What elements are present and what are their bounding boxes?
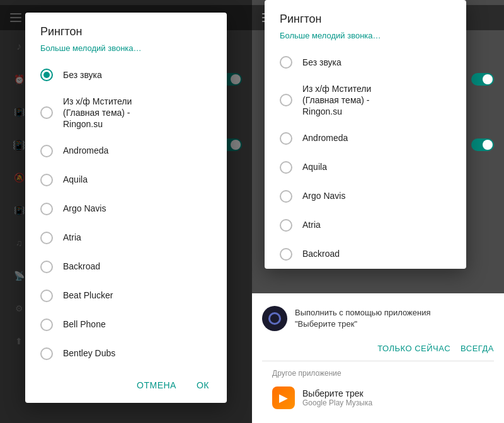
label-argo-navis: Argo Navis: [63, 203, 106, 214]
left-dialog-overlay: Рингтон Больше мелодий звонка… Без звука…: [0, 0, 252, 423]
r-dialog-item-andromeda[interactable]: Andromeda: [265, 124, 466, 153]
app-chooser-header: Выполнить с помощью приложения"Выберите …: [262, 301, 494, 336]
app-chooser-text: Выполнить с помощью приложения"Выберите …: [295, 307, 431, 330]
label-andromeda: Andromeda: [63, 145, 108, 156]
left-panel: ♪ Музыка ⏰ Будильник 📳 Рингто... 📳: [0, 0, 252, 423]
left-dialog-actions: ОТМЕНА ОК: [25, 370, 227, 403]
ok-button[interactable]: ОК: [189, 375, 217, 395]
other-app-section: Другое приложение ▶ Выберите трек Google…: [262, 364, 494, 413]
r-radio-backroad: [280, 248, 292, 261]
other-app-info: Выберите трек Google Play Музыка: [302, 388, 372, 407]
radio-avengers: [40, 106, 53, 119]
radio-andromeda: [40, 145, 53, 157]
cancel-button[interactable]: ОТМЕНА: [129, 375, 184, 395]
r-label-atria: Atria: [302, 219, 321, 230]
r-label-andromeda: Andromeda: [302, 132, 348, 144]
left-dialog-list: Без звука Из х/ф Мстители(Главная тема) …: [25, 60, 227, 370]
r-vibra-toggle[interactable]: [471, 138, 494, 151]
r-dialog-item-argo-navis[interactable]: Argo Navis: [265, 182, 466, 211]
dialog-item-andromeda[interactable]: Andromeda: [25, 137, 227, 166]
dialog-item-beat-plucker[interactable]: Beat Plucker: [25, 281, 227, 310]
always-button[interactable]: ВСЕГДА: [461, 344, 494, 353]
dialog-item-avengers[interactable]: Из х/ф Мстители(Главная тема) -Ringon.su: [25, 89, 227, 137]
r-dialog-item-avengers[interactable]: Из х/ф Мстители(Главная тема) -Ringon.su: [265, 77, 466, 124]
app-chooser-icon: [262, 306, 287, 331]
right-dialog-subtitle[interactable]: Больше мелодий звонка…: [265, 31, 466, 48]
r-radio-no-sound: [280, 56, 292, 69]
dialog-item-bell-phone[interactable]: Bell Phone: [25, 310, 227, 339]
dialog-item-bentley-dubs[interactable]: Bentley Dubs: [25, 339, 227, 368]
once-button[interactable]: ТОЛЬКО СЕЙЧАС: [377, 344, 450, 353]
other-app-sub: Google Play Музыка: [302, 398, 372, 407]
r-dialog-item-no-sound[interactable]: Без звука: [265, 48, 466, 77]
dialog-item-argo-navis[interactable]: Argo Navis: [25, 195, 227, 223]
radio-no-sound: [40, 69, 53, 81]
r-radio-argo-navis: [280, 190, 292, 203]
radio-backroad: [40, 261, 53, 273]
radio-bell-phone: [40, 319, 53, 331]
other-app-label: Другое приложение: [272, 369, 484, 378]
label-atria: Atria: [63, 232, 81, 243]
left-dialog-title: Рингтон: [25, 13, 227, 43]
app-chooser: Выполнить с помощью приложения"Выберите …: [252, 293, 504, 423]
r-dialog-item-atria[interactable]: Atria: [265, 211, 466, 240]
label-beat-plucker: Beat Plucker: [63, 290, 113, 301]
left-dialog: Рингтон Больше мелодий звонка… Без звука…: [25, 13, 227, 403]
r-radio-andromeda: [280, 132, 292, 145]
dialog-item-no-sound[interactable]: Без звука: [25, 60, 227, 89]
r-dialog-item-backroad[interactable]: Backroad: [265, 240, 466, 269]
label-backroad: Backroad: [63, 261, 100, 272]
right-panel: ♪ Музы... ⏰ Будильн... 📳 Рингто... 📳: [252, 0, 504, 423]
divider: [262, 361, 494, 361]
label-bentley-dubs: Bentley Dubs: [63, 347, 115, 359]
left-dialog-subtitle[interactable]: Больше мелодий звонка…: [25, 43, 227, 60]
r-label-backroad: Backroad: [302, 248, 340, 259]
r-radio-avengers: [280, 94, 292, 106]
label-no-sound: Без звука: [63, 69, 102, 81]
dialog-item-aquila[interactable]: Aquila: [25, 166, 227, 195]
right-dialog: Рингтон Больше мелодий звонка… Без звука…: [265, 0, 466, 269]
other-app-name: Выберите трек: [302, 388, 372, 398]
radio-aquila: [40, 174, 53, 186]
radio-beat-plucker: [40, 290, 53, 302]
r-radio-aquila: [280, 161, 292, 174]
r-label-argo-navis: Argo Navis: [302, 190, 345, 201]
r-budilnik-toggle[interactable]: [471, 73, 494, 86]
radio-argo-navis: [40, 203, 53, 215]
app-chooser-actions: ТОЛЬКО СЕЙЧАС ВСЕГДА: [262, 339, 494, 358]
r-radio-atria: [280, 219, 292, 232]
other-app-item[interactable]: ▶ Выберите трек Google Play Музыка: [272, 383, 484, 413]
dialog-item-atria[interactable]: Atria: [25, 223, 227, 252]
label-bell-phone: Bell Phone: [63, 319, 106, 330]
label-aquila: Aquila: [63, 174, 88, 185]
radio-bentley-dubs: [40, 347, 53, 360]
r-dialog-item-aquila[interactable]: Aquila: [265, 153, 466, 182]
radio-atria: [40, 232, 53, 244]
dialog-item-backroad[interactable]: Backroad: [25, 252, 227, 281]
right-dialog-title: Рингтон: [265, 0, 466, 31]
r-label-aquila: Aquila: [302, 161, 327, 172]
r-label-no-sound: Без звука: [302, 57, 341, 68]
right-dialog-list: Без звука Из х/ф Мстители(Главная тема) …: [265, 48, 466, 269]
r-label-avengers: Из х/ф Мстители(Главная тема) -Ringon.su: [302, 83, 371, 118]
play-music-icon: ▶: [272, 386, 295, 409]
label-avengers: Из х/ф Мстители(Главная тема) -Ringon.su: [63, 96, 132, 130]
app-icon-inner: [268, 312, 281, 325]
